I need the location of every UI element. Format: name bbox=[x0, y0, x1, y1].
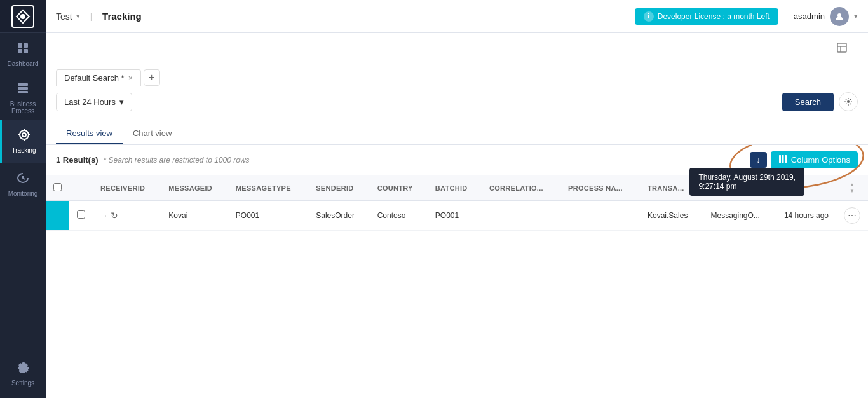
download-button[interactable]: ↓ bbox=[750, 152, 767, 168]
results-table-wrapper: RECEIVERID MESSAGEID MESSAGETYPE SENDERI… bbox=[46, 175, 868, 398]
time-selector[interactable]: Last 24 Hours ▾ bbox=[56, 93, 132, 111]
row-actions-cell: → ↻ bbox=[93, 201, 161, 231]
svg-rect-1 bbox=[18, 43, 22, 48]
tab-results-view[interactable]: Results view bbox=[56, 123, 123, 144]
license-badge: i Developer License : a month Left bbox=[635, 8, 778, 25]
page-layout-icon[interactable] bbox=[826, 37, 858, 62]
topbar-divider: | bbox=[90, 11, 92, 21]
main-content: Test ▾ | Tracking i Developer License : … bbox=[46, 0, 868, 398]
cell-messageid: PO001 bbox=[228, 201, 308, 231]
row-status-arrow: → ↻ bbox=[100, 210, 153, 221]
search-settings-button[interactable] bbox=[839, 92, 858, 111]
sidebar-item-tracking[interactable]: Tracking bbox=[0, 120, 46, 163]
search-tab-add[interactable]: + bbox=[144, 69, 160, 86]
select-all-checkbox[interactable] bbox=[53, 183, 62, 191]
col-header-correlatio: CORRELATIO... bbox=[482, 175, 560, 201]
cell-country: PO001 bbox=[428, 201, 482, 231]
sidebar-item-label: Monitoring bbox=[8, 190, 38, 197]
license-info-icon: i bbox=[644, 11, 654, 22]
username: asadmin bbox=[794, 11, 825, 21]
svg-point-8 bbox=[20, 130, 29, 139]
row-more-button[interactable]: ⋯ bbox=[844, 207, 860, 224]
cell-batchid bbox=[482, 201, 560, 231]
col-header-timestamp bbox=[703, 175, 776, 201]
cell-messagetype: SalesOrder bbox=[308, 201, 369, 231]
business-process-icon bbox=[17, 82, 29, 98]
column-options-button[interactable]: Column Options bbox=[771, 151, 858, 168]
col-header-actions bbox=[69, 175, 93, 201]
col-header-transa: TRANSA... bbox=[640, 175, 703, 201]
results-note: * Search results are restricted to 1000 … bbox=[103, 156, 249, 165]
results-section: 1 Result(s) * Search results are restric… bbox=[46, 145, 868, 398]
col-header-batchid: BATCHID bbox=[428, 175, 482, 201]
col-header-select bbox=[46, 175, 69, 201]
cell-senderid: Contoso bbox=[370, 201, 428, 231]
app-selector[interactable]: Test ▾ bbox=[56, 11, 80, 22]
row-checkbox-cell bbox=[69, 201, 93, 231]
sidebar-item-settings[interactable]: Settings bbox=[0, 352, 46, 395]
cell-transa: MessagingO... bbox=[703, 201, 776, 231]
cell-receiverid: Kovai bbox=[161, 201, 228, 231]
search-bar-row: Last 24 Hours ▾ Search bbox=[56, 92, 858, 118]
sidebar-item-label: Tracking bbox=[12, 147, 36, 154]
sidebar-item-dashboard[interactable]: Dashboard bbox=[0, 33, 46, 76]
settings-icon bbox=[17, 361, 29, 377]
svg-rect-6 bbox=[18, 87, 28, 90]
results-header: 1 Result(s) * Search results are restric… bbox=[46, 145, 868, 175]
topbar: Test ▾ | Tracking i Developer License : … bbox=[46, 0, 868, 33]
search-tabs: Default Search * × + bbox=[56, 69, 858, 86]
tracking-icon bbox=[18, 128, 31, 144]
col-header-senderid: SENDERID bbox=[308, 175, 369, 201]
avatar bbox=[830, 7, 849, 26]
row-status-indicator bbox=[46, 201, 69, 231]
col-header-process-na: PROCESS NA... bbox=[560, 175, 640, 201]
time-chevron: ▾ bbox=[119, 97, 124, 107]
results-actions: Thursday, August 29th 2019,9:27:14 pm ↓ bbox=[750, 151, 858, 168]
search-tab-close[interactable]: × bbox=[128, 74, 133, 83]
result-tabs: Results view Chart view bbox=[46, 118, 868, 145]
time-label: Last 24 Hours bbox=[64, 97, 116, 107]
table-row: → ↻ Kovai PO001 SalesOrder Contoso PO001 bbox=[46, 201, 868, 231]
col-header-country: COUNTRY bbox=[370, 175, 428, 201]
svg-rect-22 bbox=[785, 155, 787, 163]
col-header-messagetype: MESSAGETYPE bbox=[228, 175, 308, 201]
svg-rect-15 bbox=[837, 43, 846, 52]
search-tab-default[interactable]: Default Search * × bbox=[56, 69, 141, 86]
svg-rect-4 bbox=[24, 49, 28, 53]
tab-chart-view[interactable]: Chart view bbox=[123, 123, 182, 144]
svg-point-0 bbox=[20, 14, 25, 19]
svg-point-18 bbox=[847, 100, 850, 103]
arrow-right-icon: → bbox=[100, 211, 108, 220]
sidebar-item-label: Dashboard bbox=[8, 60, 39, 67]
search-panel: Default Search * × + Last 24 Hours ▾ Sea… bbox=[46, 62, 868, 118]
col-header-receiverid: RECEIVERID bbox=[93, 175, 161, 201]
svg-rect-5 bbox=[18, 83, 28, 86]
app-logo-icon bbox=[11, 5, 34, 28]
row-checkbox[interactable] bbox=[77, 210, 85, 219]
results-table: RECEIVERID MESSAGEID MESSAGETYPE SENDERI… bbox=[46, 175, 868, 231]
cell-more: ⋯ bbox=[836, 201, 868, 231]
user-section: asadmin ▾ bbox=[794, 7, 858, 26]
sidebar-item-monitoring[interactable]: Monitoring bbox=[0, 163, 46, 206]
sidebar-item-business-process[interactable]: BusinessProcess bbox=[0, 76, 46, 120]
license-text: Developer License : a month Left bbox=[658, 12, 770, 21]
results-count: 1 Result(s) bbox=[56, 155, 98, 165]
col-header-messageid: MESSAGEID bbox=[161, 175, 228, 201]
svg-rect-20 bbox=[779, 155, 781, 163]
user-chevron[interactable]: ▾ bbox=[854, 12, 858, 20]
app-selector-chevron: ▾ bbox=[76, 12, 80, 20]
svg-rect-3 bbox=[18, 49, 22, 53]
column-options-icon bbox=[778, 154, 787, 165]
sidebar: Dashboard BusinessProcess Tracking bbox=[0, 0, 46, 398]
col-header-more bbox=[776, 175, 836, 201]
search-button[interactable]: Search bbox=[782, 93, 834, 111]
content-area: Default Search * × + Last 24 Hours ▾ Sea… bbox=[46, 33, 868, 398]
monitoring-icon bbox=[17, 172, 29, 188]
svg-point-9 bbox=[22, 133, 26, 137]
cell-correlatio bbox=[560, 201, 640, 231]
refresh-icon: ↻ bbox=[111, 210, 118, 221]
col-header-scroll: ▲ ▼ bbox=[836, 175, 868, 201]
settings-label: Settings bbox=[11, 380, 34, 387]
sidebar-logo bbox=[0, 0, 46, 33]
dashboard-icon bbox=[17, 42, 29, 58]
